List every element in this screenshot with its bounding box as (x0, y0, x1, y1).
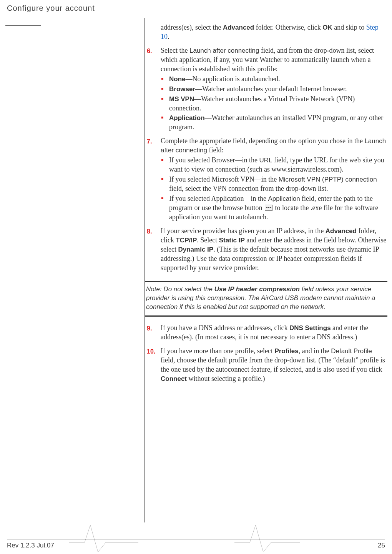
text: , and in the (299, 347, 331, 355)
main-content: address(es), select the Advanced folder.… (147, 23, 387, 384)
bullet-icon (161, 88, 163, 90)
text: . Select (197, 236, 219, 244)
text: without selecting a profile.) (187, 375, 265, 382)
bullet-icon (161, 159, 163, 161)
text: and skip to (332, 23, 366, 31)
note-callout: Note: Do not select the Use IP header co… (145, 281, 387, 317)
text: If you have more than one profile, selec… (161, 347, 274, 355)
step-number: 10. (147, 347, 155, 355)
ok-button-label: OK (322, 24, 332, 31)
text: —Watcher autolaunches a Virtual Private … (169, 95, 355, 112)
list-item: If you selected Microsoft VPN—in the Mic… (161, 175, 387, 194)
vertical-divider (144, 18, 145, 522)
list-item: MS VPN—Watcher autolaunches a Virtual Pr… (161, 95, 387, 113)
text: address(es), select the (161, 23, 223, 31)
text: If you selected Microsoft VPN—in the (169, 175, 279, 183)
text: field: (207, 146, 224, 154)
step7-bullets: If you selected Browser—in the URL field… (161, 156, 387, 222)
connect-button-label: Connect (161, 375, 187, 382)
text: Note: Do not select the (146, 285, 214, 293)
option-none: None (169, 75, 186, 83)
step-number: 8. (147, 227, 152, 235)
text: . (168, 33, 169, 40)
text: Complete the appropriate field, dependin… (161, 137, 364, 145)
bullet-icon (161, 117, 163, 118)
msvpn-field-label: Microsoft VPN (PPTP) connection (279, 176, 377, 183)
page-header-title: Configure your account (7, 4, 95, 13)
list-item: None—No application is autolaunched. (161, 75, 387, 84)
step-number: 6. (147, 47, 152, 55)
intro-continuation: address(es), select the Advanced folder.… (147, 23, 387, 42)
text: If you have a DNS address or addresses, … (161, 324, 289, 332)
bullet-icon (161, 98, 163, 100)
page-footer: Rev 1.2.3 Jul.07 25 (7, 539, 385, 549)
option-application: Application (169, 114, 205, 122)
profiles-label: Profiles (274, 347, 298, 355)
page-number: 25 (378, 542, 385, 549)
list-item: Browser—Watcher autolaunches your defaul… (161, 85, 387, 94)
ip-header-compression-label: Use IP header compression (214, 285, 300, 293)
option-browser: Browser (169, 85, 195, 93)
url-field-label: URL (259, 157, 272, 164)
text: Select the (161, 47, 189, 54)
step-7: 7. Complete the appropriate field, depen… (147, 137, 387, 222)
bullet-icon (161, 197, 163, 199)
list-item: If you selected Application—in the Appli… (161, 194, 387, 222)
bullet-icon (161, 78, 163, 80)
step6-bullets: None—No application is autolaunched. Bro… (161, 75, 387, 132)
step-number: 9. (147, 324, 152, 332)
tcpip-label: TCP/IP (176, 237, 197, 244)
application-field-label: Application (268, 195, 300, 202)
step-10: 10. If you have more than one profile, s… (147, 347, 387, 384)
advanced-folder-label: Advanced (326, 227, 357, 235)
advanced-folder-label: Advanced (223, 24, 254, 31)
default-profile-field-label: Default Profile (331, 347, 372, 355)
dynamic-ip-label: Dynamic IP (178, 246, 213, 253)
browse-button-icon[interactable] (265, 205, 272, 211)
field-label: Launch after connecting (189, 47, 259, 54)
text: field, choose the default profile from t… (161, 356, 385, 373)
text: If your service provider has given you a… (161, 227, 326, 235)
revision-label: Rev 1.2.3 Jul.07 (7, 542, 54, 549)
step-6: 6. Select the Launch after connecting fi… (147, 46, 387, 132)
step-9: 9. If you have a DNS address or addresse… (147, 324, 387, 342)
text: —Watcher autolaunches your default Inter… (195, 85, 347, 93)
bullet-icon (161, 178, 163, 180)
list-item: If you selected Browser—in the URL field… (161, 156, 387, 174)
step-8: 8. If your service provider has given yo… (147, 227, 387, 273)
text: If you selected Application—in the (169, 195, 268, 202)
static-ip-label: Static IP (219, 237, 245, 244)
header-underline (5, 25, 41, 26)
step-number: 7. (147, 137, 152, 145)
text: folder. Otherwise, click (254, 23, 322, 31)
footer-rule (7, 539, 385, 539)
text: —No application is autolaunched. (186, 75, 280, 83)
option-msvpn: MS VPN (169, 95, 194, 103)
text: field, select the VPN connection from th… (169, 185, 328, 192)
list-item: Application—Watcher autolaunches an inst… (161, 113, 387, 132)
text: If you selected Browser—in the (169, 156, 259, 164)
dns-settings-label: DNS Settings (289, 324, 331, 332)
